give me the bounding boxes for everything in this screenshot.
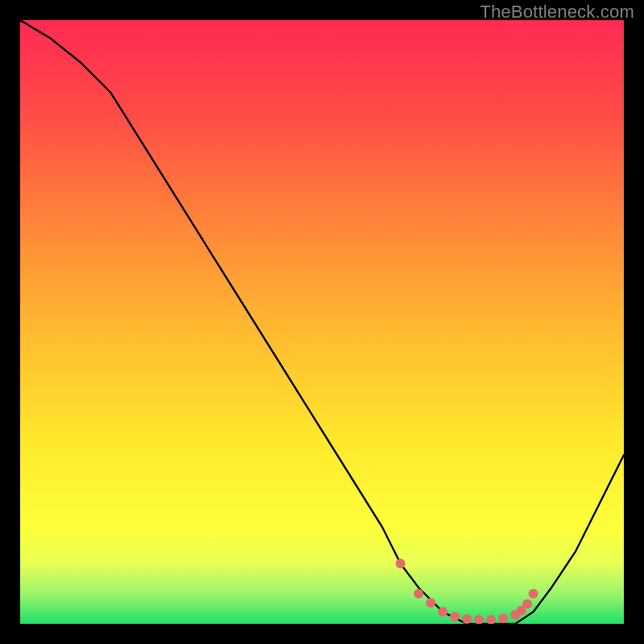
watermark-text: TheBottleneck.com — [480, 2, 634, 23]
sweet-spot-dot — [462, 614, 472, 624]
sweet-spot-dot — [522, 599, 532, 609]
sweet-spot-dot — [426, 598, 436, 608]
sweet-spot-dot — [396, 559, 406, 568]
bottleneck-chart — [20, 20, 624, 624]
chart-stage: TheBottleneck.com — [0, 0, 644, 644]
gradient-background — [20, 20, 624, 624]
sweet-spot-dot — [529, 589, 539, 599]
sweet-spot-dot — [450, 612, 460, 621]
sweet-spot-dot — [414, 589, 423, 599]
sweet-spot-dot — [498, 613, 508, 623]
sweet-spot-dot — [438, 607, 448, 617]
